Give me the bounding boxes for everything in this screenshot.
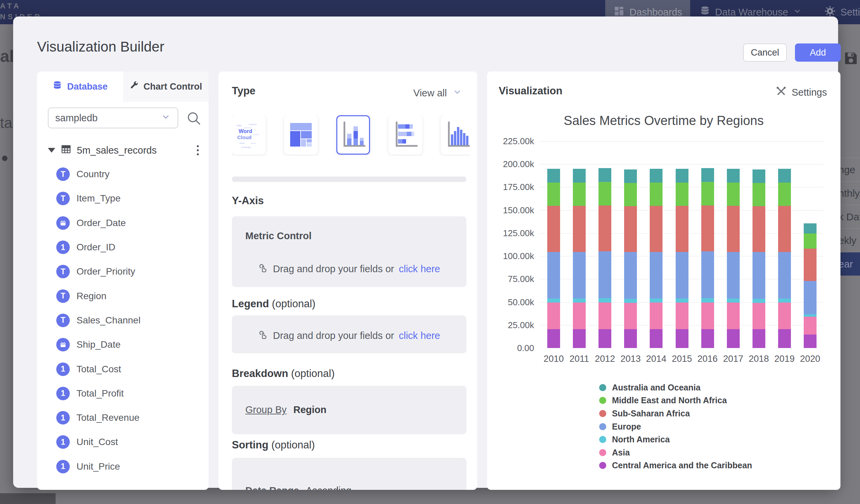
group-by-value[interactable]: Region bbox=[293, 404, 327, 415]
bar-segment[interactable] bbox=[701, 168, 714, 182]
bar-segment[interactable] bbox=[599, 303, 611, 329]
bar-segment[interactable] bbox=[727, 206, 740, 252]
bar-segment[interactable] bbox=[573, 329, 586, 348]
bar-segment[interactable] bbox=[624, 206, 637, 252]
cancel-button[interactable]: Cancel bbox=[743, 43, 787, 62]
field-item-order_id[interactable]: 1Order_ID bbox=[56, 235, 201, 259]
bar-segment[interactable] bbox=[624, 252, 637, 299]
bar-segment[interactable] bbox=[701, 329, 714, 348]
metric-control-dropzone[interactable]: Metric Control Drag and drop your fields… bbox=[232, 216, 467, 287]
chart-type-treemap[interactable] bbox=[284, 115, 318, 155]
sorting-dropzone[interactable]: Data Range Ascending bbox=[232, 458, 467, 490]
legend-dropzone[interactable]: Drag and drop your fields or click here bbox=[232, 315, 467, 354]
field-item-region[interactable]: TRegion bbox=[56, 284, 201, 308]
background-menu-item[interactable]: ear bbox=[838, 252, 860, 276]
bar-segment[interactable] bbox=[547, 329, 560, 348]
bar-segment[interactable] bbox=[727, 329, 740, 348]
stacked-bar-2012[interactable] bbox=[599, 168, 611, 348]
stacked-bar-2011[interactable] bbox=[573, 169, 586, 348]
bar-segment[interactable] bbox=[676, 183, 688, 206]
bar-segment[interactable] bbox=[778, 252, 791, 299]
legend-item[interactable]: Middle East and North Africa bbox=[599, 394, 752, 407]
bar-segment[interactable] bbox=[650, 329, 662, 348]
field-item-order_priority[interactable]: TOrder_Priority bbox=[56, 259, 201, 284]
bar-segment[interactable] bbox=[547, 303, 560, 329]
bar-segment[interactable] bbox=[624, 303, 637, 329]
click-here-link[interactable]: click here bbox=[399, 263, 440, 275]
bar-segment[interactable] bbox=[727, 303, 740, 329]
bar-segment[interactable] bbox=[676, 169, 688, 183]
add-button[interactable]: Add bbox=[795, 43, 841, 62]
bar-segment[interactable] bbox=[804, 314, 817, 317]
bar-segment[interactable] bbox=[624, 170, 637, 183]
horizontal-scrollbar[interactable] bbox=[232, 176, 467, 182]
bar-segment[interactable] bbox=[599, 182, 611, 205]
bar-segment[interactable] bbox=[701, 251, 714, 298]
stacked-bar-2013[interactable] bbox=[624, 170, 637, 348]
view-all-button[interactable]: View all bbox=[414, 87, 462, 99]
bar-segment[interactable] bbox=[804, 224, 817, 233]
bar-segment[interactable] bbox=[752, 170, 765, 183]
bar-segment[interactable] bbox=[701, 298, 714, 303]
background-menu-item[interactable]: nge bbox=[838, 158, 860, 181]
bar-segment[interactable] bbox=[727, 169, 740, 182]
chart-type-stacked-bar[interactable] bbox=[389, 115, 422, 155]
field-item-sales_channel[interactable]: TSales_Channel bbox=[56, 308, 201, 332]
stacked-bar-2019[interactable] bbox=[778, 169, 791, 348]
bar-segment[interactable] bbox=[650, 183, 662, 206]
bar-segment[interactable] bbox=[804, 249, 817, 281]
field-item-ship_date[interactable]: Ship_Date bbox=[56, 332, 201, 357]
chart-type-word-cloud[interactable]: WordCloudnessAnalyticskeywordmining(beta… bbox=[232, 115, 266, 155]
chart-type-stacked-column[interactable] bbox=[336, 115, 370, 155]
bar-segment[interactable] bbox=[701, 205, 714, 252]
bar-segment[interactable] bbox=[752, 303, 765, 329]
bar-segment[interactable] bbox=[676, 303, 688, 329]
bar-segment[interactable] bbox=[701, 303, 714, 329]
search-icon[interactable] bbox=[186, 111, 202, 127]
field-item-item_type[interactable]: TItem_Type bbox=[56, 186, 201, 211]
background-menu-item[interactable]: nthly bbox=[838, 181, 860, 205]
bar-segment[interactable] bbox=[676, 206, 688, 252]
legend-item[interactable]: Europe bbox=[599, 420, 752, 433]
database-select[interactable]: sampledb bbox=[48, 107, 178, 128]
table-tree-item[interactable]: 5m_sales_records bbox=[48, 142, 200, 158]
field-item-unit_price[interactable]: 1Unit_Price bbox=[56, 455, 201, 479]
field-item-total_revenue[interactable]: 1Total_Revenue bbox=[56, 406, 201, 430]
bar-segment[interactable] bbox=[547, 206, 560, 252]
bar-segment[interactable] bbox=[727, 299, 740, 303]
bar-segment[interactable] bbox=[676, 329, 688, 348]
bar-segment[interactable] bbox=[676, 252, 688, 299]
breakdown-dropzone[interactable]: Group By Region bbox=[232, 386, 467, 434]
bar-segment[interactable] bbox=[599, 205, 611, 252]
stacked-bar-2018[interactable] bbox=[752, 170, 765, 348]
stacked-bar-2016[interactable] bbox=[701, 168, 714, 348]
bar-segment[interactable] bbox=[599, 168, 611, 182]
bar-segment[interactable] bbox=[573, 206, 586, 252]
legend-item[interactable]: North America bbox=[599, 433, 752, 446]
field-item-total_profit[interactable]: 1Total_Profit bbox=[56, 381, 201, 406]
chart-type-column[interactable] bbox=[441, 115, 470, 155]
bar-segment[interactable] bbox=[650, 252, 662, 299]
legend-item[interactable]: Australia and Oceania bbox=[599, 381, 752, 394]
bar-segment[interactable] bbox=[804, 281, 817, 315]
bar-segment[interactable] bbox=[676, 299, 688, 303]
bar-segment[interactable] bbox=[573, 169, 586, 182]
background-menu-item[interactable]: k Date bbox=[838, 205, 860, 228]
tab-chart-control[interactable]: Chart Control bbox=[123, 71, 209, 102]
bar-segment[interactable] bbox=[624, 299, 637, 303]
bar-segment[interactable] bbox=[599, 251, 611, 298]
bar-segment[interactable] bbox=[650, 303, 662, 329]
bar-segment[interactable] bbox=[778, 206, 791, 252]
stacked-bar-2020[interactable] bbox=[804, 224, 817, 348]
bar-segment[interactable] bbox=[624, 329, 637, 348]
bar-segment[interactable] bbox=[650, 206, 662, 252]
bar-segment[interactable] bbox=[547, 299, 560, 303]
bar-segment[interactable] bbox=[573, 299, 586, 303]
bar-segment[interactable] bbox=[778, 183, 791, 206]
bar-segment[interactable] bbox=[701, 182, 714, 205]
stacked-bar-2010[interactable] bbox=[547, 169, 560, 348]
expand-collapse-icon[interactable] bbox=[48, 148, 55, 153]
bar-segment[interactable] bbox=[650, 169, 662, 182]
bar-segment[interactable] bbox=[573, 252, 586, 299]
bar-segment[interactable] bbox=[752, 299, 765, 303]
